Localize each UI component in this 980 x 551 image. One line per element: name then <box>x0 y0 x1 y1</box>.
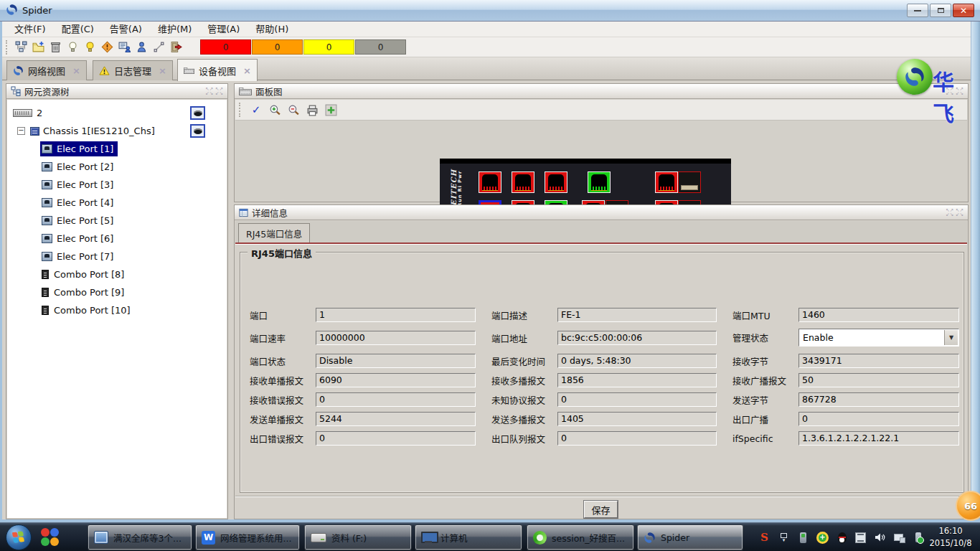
network-icon[interactable] <box>892 532 905 544</box>
rx-multicast-field[interactable]: 1856 <box>557 373 717 387</box>
tab-log-manage[interactable]: 日志管理 × <box>93 60 173 80</box>
tree-item-elec-port-2[interactable]: Elec Port [2] <box>7 158 227 176</box>
tree-item-elec-port-5[interactable]: Elec Port [5] <box>7 212 227 230</box>
rj45-port[interactable] <box>512 171 534 193</box>
alarm-count-critical[interactable]: 0 <box>200 39 251 55</box>
tree-item-root[interactable]: 2 <box>7 104 227 122</box>
close-icon[interactable]: × <box>243 65 251 76</box>
alarm-count-major[interactable]: 0 <box>252 39 303 55</box>
rj45-port[interactable] <box>655 171 678 193</box>
taskbar-button-drive[interactable]: 资料 (F:) <box>304 524 412 550</box>
alarm-count-cleared[interactable]: 0 <box>355 39 406 55</box>
rj45-port[interactable] <box>545 171 567 193</box>
tree-item-combo-port-9[interactable]: Combo Port [9] <box>7 283 227 301</box>
user-icon[interactable] <box>133 39 150 55</box>
menu-help[interactable]: 帮助(H) <box>248 22 296 37</box>
alarm-diamond-icon[interactable] <box>98 39 116 55</box>
usb-safe-icon[interactable] <box>912 532 924 544</box>
taskbar-button-browser[interactable]: session_好搜百... <box>527 524 634 550</box>
exit-icon[interactable] <box>167 39 184 55</box>
rj45-port[interactable] <box>479 171 501 193</box>
show-hidden-icons[interactable]: ▾ <box>778 532 790 544</box>
speedball-tray-icon[interactable]: + <box>816 532 829 544</box>
menu-config[interactable]: 配置(C) <box>54 22 102 37</box>
last-change-field[interactable]: 0 days, 5:48:30 <box>557 354 717 368</box>
menu-file[interactable]: 文件(F) <box>6 22 54 37</box>
qq-icon[interactable] <box>836 532 848 544</box>
tx-bytes-field[interactable]: 867728 <box>798 392 959 407</box>
device-manage-icon[interactable] <box>116 39 133 55</box>
tx-multicast-field[interactable]: 1405 <box>557 412 717 426</box>
rx-error-field[interactable]: 0 <box>316 392 476 407</box>
minimize-button[interactable] <box>907 4 928 17</box>
port-status-field[interactable]: Disable <box>316 354 476 368</box>
tree-item-elec-port-1[interactable]: Elec Port [1] <box>7 140 227 158</box>
eye-view-button[interactable] <box>190 106 205 120</box>
menu-alarm[interactable]: 告警(A) <box>102 22 150 37</box>
sogou-icon[interactable]: S <box>758 532 771 544</box>
port-mac-field[interactable]: bc:9c:c5:00:00:06 <box>557 331 717 345</box>
tree-item-chassis[interactable]: − Chassis 1[IES1210_Chs] <box>7 122 227 140</box>
alarm-count-minor[interactable]: 0 <box>303 39 354 55</box>
tree-item-elec-port-6[interactable]: Elec Port [6] <box>7 230 227 248</box>
print-icon[interactable] <box>304 102 320 118</box>
tree-item-combo-port-10[interactable]: Combo Port [10] <box>7 301 227 319</box>
collapse-icon[interactable]: − <box>17 127 25 135</box>
zoom-out-icon[interactable] <box>286 102 301 118</box>
tree-item-elec-port-3[interactable]: Elec Port [3] <box>7 176 227 194</box>
save-button[interactable]: 保存 <box>584 501 618 518</box>
menu-maintain[interactable]: 维护(M) <box>150 22 199 37</box>
out-broadcast-field[interactable]: 0 <box>798 412 959 426</box>
menu-manage[interactable]: 管理(A) <box>199 22 248 37</box>
close-icon[interactable]: × <box>72 65 80 76</box>
port-speed-field[interactable]: 10000000 <box>316 331 476 345</box>
speed-ball[interactable]: 66 <box>956 491 980 521</box>
usb-icon[interactable] <box>797 532 809 544</box>
rx-unicast-field[interactable]: 6090 <box>316 373 476 387</box>
panel-restore-icon[interactable]: ↖↗↙↘↖↗↙↘ <box>205 87 223 95</box>
tx-unicast-field[interactable]: 5244 <box>316 412 476 426</box>
delete-icon[interactable] <box>47 39 64 55</box>
panel-restore-icon[interactable]: ↖↗↙↘↖↗↙↘ <box>946 208 963 217</box>
taskbar-button-images[interactable]: 满汉全席等3个... <box>88 524 192 550</box>
volume-icon[interactable] <box>873 532 885 544</box>
port-desc-field[interactable]: FE-1 <box>557 308 717 322</box>
sfp-port[interactable] <box>678 171 701 193</box>
title-bar[interactable]: Spider ✕ <box>0 0 980 22</box>
out-queue-field[interactable]: 0 <box>557 431 717 446</box>
quick-launch-icon[interactable] <box>40 527 60 547</box>
eye-view-button[interactable] <box>190 124 205 138</box>
taskbar-button-wps[interactable]: W 网络管理系统用... <box>195 524 300 550</box>
taskbar-button-computer[interactable]: 计算机 <box>415 524 522 550</box>
port-field[interactable]: 1 <box>316 308 476 322</box>
chevron-down-icon[interactable]: ▼ <box>944 330 958 345</box>
confirm-icon[interactable]: ✓ <box>248 102 264 118</box>
clipboard-icon[interactable] <box>855 532 866 543</box>
tree-item-elec-port-7[interactable]: Elec Port [7] <box>7 248 227 265</box>
bulb-on-icon[interactable] <box>81 39 98 55</box>
taskbar-clock[interactable]: 16:10 2015/10/8 <box>925 525 976 550</box>
zoom-in-icon[interactable] <box>267 102 283 118</box>
tab-network-view[interactable]: 网络视图 × <box>6 60 87 80</box>
close-icon[interactable]: × <box>159 65 166 76</box>
topology-icon[interactable] <box>12 39 29 55</box>
unknown-proto-field[interactable]: 0 <box>557 392 717 407</box>
ifspecific-field[interactable]: 1.3.6.1.2.1.2.2.1.22.1 <box>798 431 959 446</box>
tree-item-combo-port-8[interactable]: Combo Port [8] <box>7 265 227 283</box>
admin-status-select[interactable]: Enable▼ <box>798 329 959 347</box>
rx-broadcast-field[interactable]: 50 <box>798 373 959 387</box>
start-button[interactable] <box>6 524 32 550</box>
out-error-field[interactable]: 0 <box>316 431 476 446</box>
port-mtu-field[interactable]: 1460 <box>798 308 959 322</box>
maximize-button[interactable] <box>930 4 951 17</box>
new-folder-icon[interactable] <box>29 39 47 55</box>
close-button[interactable]: ✕ <box>953 4 974 17</box>
add-icon[interactable] <box>323 102 339 118</box>
bulb-off-icon[interactable] <box>64 39 81 55</box>
tab-rj45-info[interactable]: RJ45端口信息 <box>238 223 310 242</box>
tab-device-view[interactable]: 设备视图 × <box>177 59 258 81</box>
tree-item-elec-port-4[interactable]: Elec Port [4] <box>7 194 227 212</box>
link-icon[interactable] <box>150 39 167 55</box>
rx-bytes-field[interactable]: 3439171 <box>798 354 959 368</box>
taskbar-button-spider[interactable]: Spider <box>637 524 743 550</box>
